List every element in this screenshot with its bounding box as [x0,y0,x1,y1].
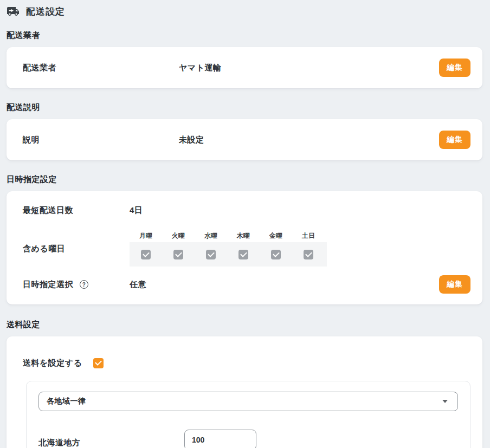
description-edit-button[interactable]: 編集 [439,131,470,149]
shipping-section-heading: 送料設定 [7,320,482,330]
shipping-card: 送料を設定する 各地域一律 北海道地方 [7,336,482,448]
datetime-select-row: 日時指定選択 ? 任意 編集 [23,275,470,294]
datetime-select-value: 任意 [130,280,146,290]
description-value: 未設定 [179,135,439,145]
chevron-down-icon [442,400,448,403]
min-delivery-days-row: 最短配送日数 4日 [23,205,470,216]
page-header: 配送設定 [7,4,482,18]
carrier-card: 配送業者 ヤマト運輸 編集 [7,47,482,88]
weekday-header-weekend: 土日 [292,231,325,242]
weekday-header-wed: 水曜 [195,231,227,242]
page-title: 配送設定 [26,5,65,18]
carrier-value: ヤマト運輸 [179,63,439,73]
weekday-checkbox-wed [206,250,216,259]
region-fee-row: 北海道地方 [38,430,458,448]
weekday-checkbox-fri [271,250,281,259]
datetime-select-label-wrap: 日時指定選択 ? [23,280,130,290]
shipping-method-select[interactable]: 各地域一律 [38,392,458,411]
weekday-checkbox-row [130,242,327,267]
weekday-header-fri: 金曜 [260,231,292,242]
weekday-header-mon: 月曜 [130,231,162,242]
weekday-header-tue: 火曜 [162,231,195,242]
shipping-fee-box: 各地域一律 北海道地方 [26,381,470,448]
truck-icon [7,5,20,18]
shipping-method-selected-value: 各地域一律 [47,397,442,406]
weekday-table: 月曜 火曜 水曜 木曜 金曜 土日 [130,231,327,267]
carrier-edit-button[interactable]: 編集 [439,59,470,77]
weekday-table-header: 月曜 火曜 水曜 木曜 金曜 土日 [130,231,327,242]
min-delivery-days-label: 最短配送日数 [23,205,130,216]
included-weekdays-row: 含める曜日 月曜 火曜 水曜 木曜 金曜 土日 [23,231,470,267]
weekday-checkbox-mon [141,250,151,259]
region-fee-input-hokkaido[interactable] [184,430,256,448]
description-section-heading: 配送説明 [7,102,482,113]
weekday-checkbox-weekend [304,250,313,259]
shipping-enable-checkbox[interactable] [93,358,104,368]
datetime-edit-button[interactable]: 編集 [439,275,470,294]
carrier-label: 配送業者 [23,63,179,73]
help-icon[interactable]: ? [80,280,88,289]
description-label: 説明 [23,135,179,145]
datetime-card: 最短配送日数 4日 含める曜日 月曜 火曜 水曜 木曜 金曜 土日 [7,191,482,304]
shipping-enable-label: 送料を設定する [23,358,93,368]
datetime-section-heading: 日時指定設定 [7,174,482,185]
included-weekdays-label: 含める曜日 [23,244,130,254]
delivery-settings-page: 配送設定 配送業者 配送業者 ヤマト運輸 編集 配送説明 説明 未設定 編集 日… [0,0,490,448]
weekday-header-thu: 木曜 [227,231,260,242]
region-label-hokkaido: 北海道地方 [38,438,184,448]
description-card: 説明 未設定 編集 [7,119,482,160]
weekday-checkbox-thu [238,250,248,259]
datetime-select-label: 日時指定選択 [23,280,73,290]
shipping-enable-row: 送料を設定する [23,358,470,368]
weekday-checkbox-tue [173,250,183,259]
carrier-section-heading: 配送業者 [7,30,482,41]
min-delivery-days-value: 4日 [130,205,143,216]
